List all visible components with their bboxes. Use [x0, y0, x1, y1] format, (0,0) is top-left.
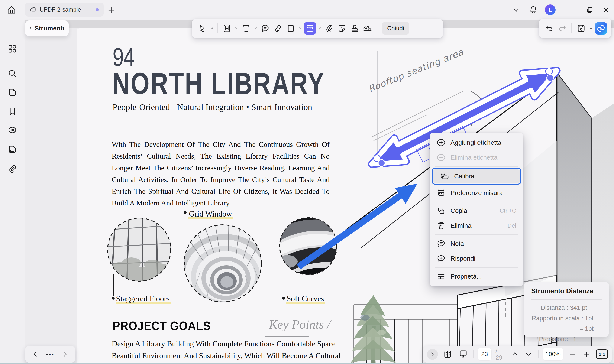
- chevron-down-icon: [318, 26, 322, 30]
- properties-sliders-icon: [437, 272, 445, 281]
- heading-markup-tool[interactable]: [221, 22, 233, 35]
- user-avatar[interactable]: L: [545, 4, 556, 15]
- label-staggered-floors: Grid Window: [189, 209, 232, 219]
- previous-page-button[interactable]: [509, 349, 520, 359]
- measure-tool-dropdown[interactable]: [317, 22, 322, 35]
- pen-icon: [274, 24, 283, 33]
- presentation-mode-button[interactable]: [457, 349, 469, 360]
- select-tool-dropdown[interactable]: [209, 22, 214, 35]
- close-button[interactable]: [600, 5, 612, 15]
- tools-button[interactable]: Strumenti: [25, 20, 69, 36]
- text-tool[interactable]: [240, 22, 252, 35]
- label-connector-line: [113, 274, 114, 296]
- shape-tool[interactable]: [285, 22, 297, 35]
- rectangle-icon: [287, 24, 295, 33]
- comment-tool[interactable]: [259, 22, 271, 35]
- label-connector-dot: [282, 297, 285, 300]
- left-sidebar: [0, 20, 25, 364]
- label-connector-dot: [112, 297, 115, 300]
- sidebar-divider: [5, 60, 20, 60]
- next-panel-button[interactable]: [60, 350, 70, 359]
- plus-icon: [584, 351, 590, 357]
- zoom-level-input[interactable]: 100%: [543, 348, 563, 360]
- comment-icon: [7, 125, 17, 135]
- notifications-button[interactable]: [528, 4, 539, 15]
- next-page-button[interactable]: [524, 349, 534, 359]
- menu-item-label: Rispondi: [450, 255, 475, 262]
- tree-illustration: [351, 295, 396, 364]
- label-connector-dot: [183, 211, 186, 214]
- sidebar-item-comments[interactable]: [7, 125, 18, 136]
- reply-bubble-icon: [437, 254, 445, 263]
- zoom-out-button[interactable]: [568, 349, 577, 359]
- label-grid-window: Staggered Floors: [116, 294, 170, 303]
- minimize-button[interactable]: [568, 5, 579, 15]
- document-subtitle: People-Oriented - Natural Integration • …: [113, 102, 312, 112]
- shape-tool-dropdown[interactable]: [298, 22, 303, 35]
- minus-circle-icon: [437, 153, 445, 162]
- pen-tool[interactable]: [272, 22, 284, 35]
- page-controls-bar: 23 / 29 100% 1:1: [423, 346, 612, 363]
- text-icon: [242, 24, 250, 33]
- menu-item-delete[interactable]: Elimina Del: [430, 218, 523, 233]
- menu-item-calibrate[interactable]: Calibra: [433, 169, 520, 183]
- heading-tool-dropdown[interactable]: [234, 22, 239, 35]
- menu-item-shortcut: Del: [507, 222, 516, 229]
- sidebar-item-page-organize[interactable]: [7, 144, 18, 155]
- maximize-button[interactable]: [584, 5, 596, 15]
- text-tool-dropdown[interactable]: [253, 22, 258, 35]
- menu-item-note[interactable]: Nota: [430, 236, 523, 251]
- chevron-down-icon: [254, 26, 258, 30]
- actual-size-button[interactable]: 1:1: [596, 349, 608, 359]
- new-tab-button[interactable]: [107, 6, 116, 15]
- menu-item-label: Elimina: [450, 222, 471, 229]
- menu-item-add-label[interactable]: Aggiungi etichetta: [430, 135, 523, 150]
- key-points-underline: [265, 336, 309, 337]
- select-tool[interactable]: [196, 22, 208, 35]
- sidebar-item-attachments[interactable]: [7, 163, 18, 174]
- menu-item-measure-preferences[interactable]: Preferenze misura: [430, 185, 523, 200]
- menu-item-delete-label[interactable]: Elimina etichetta: [430, 150, 523, 165]
- bar-divider: [538, 350, 538, 358]
- measure-tool-active[interactable]: [304, 22, 316, 35]
- distance-panel-title: Strumento Distanza: [531, 287, 602, 295]
- prev-panel-button[interactable]: [31, 350, 40, 359]
- ruler-icon: [305, 24, 314, 33]
- label-soft-curves: Soft Curves: [287, 294, 324, 303]
- titlebar-divider: [562, 6, 562, 14]
- sidebar-item-page-tools[interactable]: [7, 87, 18, 98]
- annotation-context-menu: Aggiungi etichetta Elimina etichetta Cal…: [430, 132, 523, 286]
- page-number-input[interactable]: 23: [478, 348, 491, 360]
- menu-divider: [435, 267, 518, 268]
- more-pages-button[interactable]: •••: [46, 351, 54, 358]
- collapse-toolbar-button[interactable]: [511, 5, 522, 15]
- menu-item-properties[interactable]: Proprietà...: [430, 269, 523, 284]
- document-tab[interactable]: UPDF-2-sample: [25, 2, 104, 17]
- chevron-right-icon: [430, 352, 435, 357]
- paperclip-icon: [325, 24, 334, 33]
- copy-icon: [437, 207, 445, 215]
- menu-item-label: Aggiungi etichetta: [450, 139, 501, 146]
- note-bubble-icon: [437, 239, 445, 248]
- sidebar-item-bookmarks[interactable]: [7, 106, 18, 117]
- label-connector-line: [284, 274, 284, 296]
- precision-value: Precisione : 1: [531, 334, 602, 344]
- attach-tool[interactable]: [323, 22, 335, 35]
- sidebar-item-search[interactable]: [7, 68, 18, 79]
- updf-app-window: UPDF-2-sample L: [0, 0, 614, 364]
- sidebar-item-home-grid[interactable]: [7, 43, 18, 54]
- menu-item-reply[interactable]: Rispondi: [430, 251, 523, 266]
- chevron-left-icon: [32, 351, 39, 357]
- page-layout-button[interactable]: [442, 349, 454, 360]
- distance-panel-divider: [531, 299, 602, 300]
- bell-icon: [529, 5, 538, 14]
- zoom-in-button[interactable]: [582, 349, 592, 359]
- toolbox-icon: [29, 24, 32, 33]
- unsaved-indicator: [96, 8, 99, 11]
- menu-item-copy[interactable]: Copia Ctrl+C: [430, 203, 523, 218]
- expand-bar-button[interactable]: [427, 349, 438, 360]
- home-button[interactable]: [6, 5, 17, 15]
- collapsed-panel-strip: [25, 28, 77, 364]
- ruler-icon: [437, 189, 445, 197]
- close-icon: [602, 6, 610, 14]
